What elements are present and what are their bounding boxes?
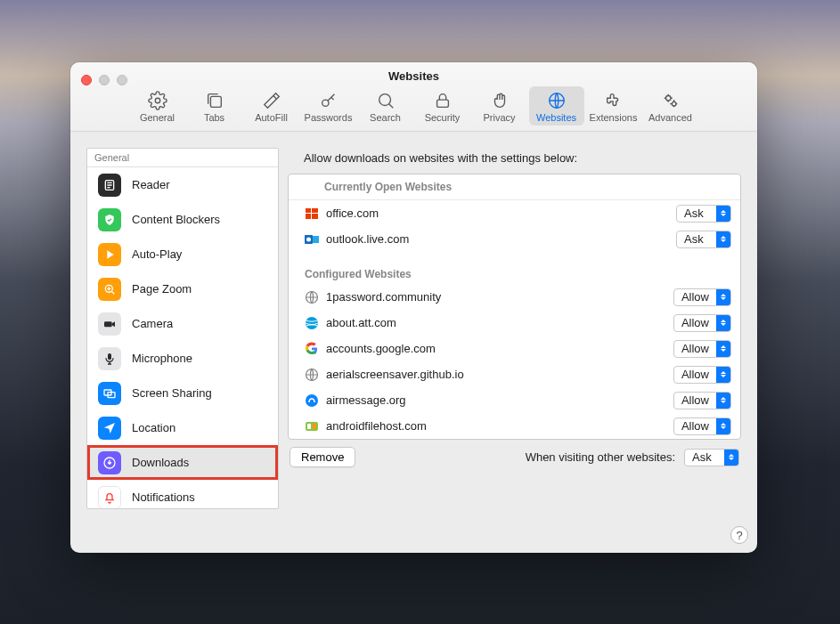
site-row[interactable]: airmessage.org Allow xyxy=(289,387,740,413)
toolbar-passwords[interactable]: Passwords xyxy=(301,86,356,126)
office-icon xyxy=(305,207,319,221)
chevron-updown-icon xyxy=(724,450,738,466)
sidebar-item-label: Downloads xyxy=(132,456,189,469)
websites-table: Currently Open Websites office.com Ask xyxy=(288,174,741,440)
sidebar-header: General xyxy=(87,149,278,167)
location-icon xyxy=(98,417,121,440)
sidebar-list: Reader Content Blockers Auto-Play xyxy=(87,167,278,508)
permission-dropdown[interactable]: Allow xyxy=(673,417,731,435)
toolbar-label: Websites xyxy=(536,112,576,123)
other-websites-label: When visiting other websites: xyxy=(526,450,675,464)
dropdown-value: Ask xyxy=(685,450,724,464)
sidebar-item-label: Auto-Play xyxy=(132,247,182,261)
svg-rect-10 xyxy=(104,321,112,327)
close-window-button[interactable] xyxy=(81,75,92,85)
window-title: Websites xyxy=(388,69,439,83)
sidebar-item-microphone[interactable]: Microphone xyxy=(87,341,278,376)
toolbar-privacy[interactable]: Privacy xyxy=(472,86,527,126)
svg-rect-4 xyxy=(436,100,448,107)
zoom-icon xyxy=(98,278,121,301)
gears-icon xyxy=(661,91,681,110)
globe-icon xyxy=(305,290,319,304)
sidebar-item-label: Microphone xyxy=(132,352,192,365)
toolbar-autofill[interactable]: AutoFill xyxy=(244,86,299,126)
svg-rect-11 xyxy=(108,353,111,360)
toolbar-tabs[interactable]: Tabs xyxy=(187,86,242,126)
sidebar-item-reader[interactable]: Reader xyxy=(87,167,278,202)
toolbar-label: Tabs xyxy=(204,112,224,123)
zoom-window-button[interactable] xyxy=(117,75,127,85)
svg-rect-1 xyxy=(210,96,221,107)
sidebar-item-downloads[interactable]: Downloads xyxy=(87,445,278,480)
toolbar-label: AutoFill xyxy=(255,112,288,123)
sidebar-item-label: Camera xyxy=(132,317,173,330)
window-body: General Reader Content Blockers xyxy=(70,132,757,553)
toolbar-websites[interactable]: Websites xyxy=(529,86,584,126)
sidebar-item-label: Screen Sharing xyxy=(132,386,212,400)
sidebar-item-location[interactable]: Location xyxy=(87,410,278,445)
dropdown-value: Allow xyxy=(674,419,716,433)
sidebar-item-autoplay[interactable]: Auto-Play xyxy=(87,237,278,271)
toolbar-label: Advanced xyxy=(648,112,692,123)
site-row[interactable]: androidfilehost.com Allow xyxy=(289,413,740,439)
toolbar-label: General xyxy=(140,112,175,123)
toolbar-search[interactable]: Search xyxy=(358,86,413,126)
afh-icon xyxy=(305,419,319,434)
remove-button[interactable]: Remove xyxy=(290,447,355,467)
sidebar-item-pagezoom[interactable]: Page Zoom xyxy=(87,271,278,306)
dropdown-value: Ask xyxy=(677,232,716,246)
sidebar-item-camera[interactable]: Camera xyxy=(87,306,278,341)
other-websites-control: When visiting other websites: Ask xyxy=(526,449,739,466)
site-row[interactable]: office.com Ask xyxy=(289,200,740,226)
dropdown-value: Ask xyxy=(677,207,716,220)
search-icon xyxy=(376,91,396,110)
site-row[interactable]: outlook.live.com Ask xyxy=(289,226,740,252)
svg-rect-18 xyxy=(312,214,318,219)
hand-icon xyxy=(490,91,510,110)
site-name: aerialscreensaver.github.io xyxy=(326,368,673,381)
permission-dropdown[interactable]: Allow xyxy=(673,340,731,358)
sidebar-item-contentblockers[interactable]: Content Blockers xyxy=(87,202,278,237)
site-row[interactable]: about.att.com Allow xyxy=(289,310,740,336)
site-row[interactable]: accounts.google.com Allow xyxy=(289,336,740,361)
permission-dropdown[interactable]: Ask xyxy=(676,231,731,248)
svg-rect-27 xyxy=(307,424,311,429)
sidebar-item-notifications[interactable]: Notifications xyxy=(87,480,278,508)
key-icon xyxy=(319,91,338,110)
preferences-window: Websites General Tabs AutoFill Passwords… xyxy=(70,62,757,553)
permission-dropdown[interactable]: Allow xyxy=(673,366,731,384)
sidebar-item-label: Content Blockers xyxy=(132,213,220,226)
toolbar-general[interactable]: General xyxy=(130,86,185,126)
site-name: 1password.community xyxy=(326,290,673,304)
site-row[interactable]: 1password.community Allow xyxy=(289,284,740,310)
main-panel: Allow downloads on websites with the set… xyxy=(288,148,741,537)
site-name: accounts.google.com xyxy=(326,342,673,355)
toolbar-advanced[interactable]: Advanced xyxy=(643,86,698,126)
globe-icon xyxy=(305,368,319,382)
configured-websites-header: Configured Websites xyxy=(289,252,740,284)
site-row[interactable]: aerialscreensaver.github.io Allow xyxy=(289,361,740,387)
permission-dropdown[interactable]: Allow xyxy=(673,392,731,409)
svg-point-21 xyxy=(306,237,311,241)
toolbar-extensions[interactable]: Extensions xyxy=(586,86,641,126)
panel-heading: Allow downloads on websites with the set… xyxy=(304,151,741,165)
site-name: office.com xyxy=(326,207,676,220)
preferences-toolbar: General Tabs AutoFill Passwords Search S… xyxy=(130,86,698,126)
permission-dropdown[interactable]: Allow xyxy=(673,288,731,306)
other-websites-dropdown[interactable]: Ask xyxy=(684,449,739,466)
permission-dropdown[interactable]: Allow xyxy=(673,314,731,332)
svg-rect-28 xyxy=(313,424,316,429)
help-button[interactable]: ? xyxy=(730,526,748,544)
svg-rect-17 xyxy=(306,214,311,219)
sidebar-item-label: Reader xyxy=(132,178,170,191)
chevron-updown-icon xyxy=(716,289,730,305)
sidebar-item-screensharing[interactable]: Screen Sharing xyxy=(87,376,278,410)
dropdown-value: Allow xyxy=(674,290,716,304)
permission-dropdown[interactable]: Ask xyxy=(676,205,731,223)
toolbar-security[interactable]: Security xyxy=(415,86,470,126)
dropdown-value: Allow xyxy=(674,368,716,381)
chevron-updown-icon xyxy=(716,367,730,383)
minimize-window-button[interactable] xyxy=(99,75,110,85)
gear-icon xyxy=(148,91,167,110)
svg-rect-20 xyxy=(313,236,319,243)
